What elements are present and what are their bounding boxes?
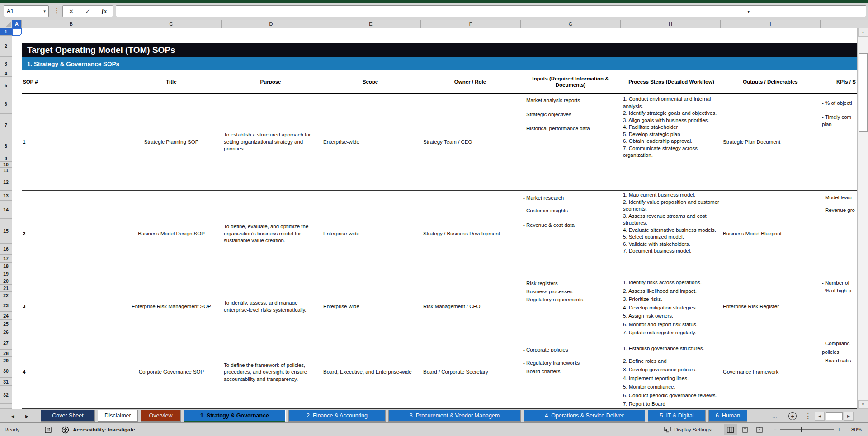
- cell-scope[interactable]: Enterprise-wide: [323, 94, 417, 190]
- display-settings-icon[interactable]: [664, 427, 671, 433]
- row-header-21[interactable]: 21: [0, 285, 12, 292]
- row-header-5[interactable]: 5: [0, 77, 12, 94]
- zoom-out-button[interactable]: −: [773, 426, 777, 433]
- row-header-1[interactable]: 1: [0, 28, 12, 36]
- row-header-27[interactable]: 27: [0, 336, 12, 350]
- column-header-D[interactable]: D: [222, 20, 321, 28]
- table-header-steps[interactable]: Process Steps (Detailed Workflow): [623, 70, 720, 93]
- cell-sop-number[interactable]: 3: [23, 277, 113, 336]
- row-header-13[interactable]: 13: [0, 191, 12, 201]
- row-header-3[interactable]: 3: [0, 57, 12, 70]
- zoom-slider[interactable]: [780, 429, 834, 430]
- column-header-G[interactable]: G: [521, 20, 621, 28]
- sheet-tab-5-it-digital[interactable]: 5. IT & Digital: [648, 410, 706, 422]
- zoom-slider-thumb[interactable]: [801, 427, 802, 432]
- column-header-C[interactable]: C: [121, 20, 222, 28]
- cell-title[interactable]: Business Model Design SOP: [121, 191, 222, 277]
- row-header-11[interactable]: 11: [0, 168, 12, 173]
- row-header-31[interactable]: 31: [0, 378, 12, 386]
- cell-outputs[interactable]: Strategic Plan Document: [723, 94, 818, 190]
- fill-handle[interactable]: [20, 34, 22, 36]
- cell-owner[interactable]: Strategy Team / CEO: [423, 94, 517, 190]
- row-header-6[interactable]: 6: [0, 94, 12, 114]
- row-header-25[interactable]: 25: [0, 320, 12, 328]
- cell-process-steps[interactable]: 1. Establish governance structures.2. De…: [623, 336, 720, 408]
- sheet-grid[interactable]: Target Operating Model (TOM) SOPs 1. Str…: [12, 28, 857, 409]
- cell-outputs[interactable]: Business Model Blueprint: [723, 191, 818, 277]
- cell-scope[interactable]: Enterprise-wide: [323, 191, 417, 277]
- page-layout-view-button[interactable]: [739, 424, 751, 435]
- scroll-up-icon[interactable]: ▲: [858, 28, 868, 37]
- row-header-32[interactable]: 32: [0, 386, 12, 404]
- row-header-15[interactable]: 15: [0, 219, 12, 244]
- page-break-view-button[interactable]: [753, 424, 766, 435]
- sheet-tab-6-human[interactable]: 6. Human: [708, 410, 747, 422]
- row-header-9[interactable]: 9: [0, 155, 12, 162]
- row-header-2[interactable]: 2: [0, 36, 12, 57]
- cell-kpis[interactable]: - Complianc policies- Board satis: [822, 336, 857, 408]
- horizontal-scrollbar[interactable]: ◀ ▶: [815, 409, 854, 423]
- sheet-tab-3-procurement-vendor-managem[interactable]: 3. Procurement & Vendor Managem: [388, 410, 521, 422]
- table-header-scope[interactable]: Scope: [323, 70, 417, 93]
- sheet-tab-overview[interactable]: Overview: [141, 410, 181, 422]
- row-header-16[interactable]: 16: [0, 244, 12, 255]
- table-header-outputs[interactable]: Outputs / Deliverables: [723, 70, 818, 93]
- cell-sop-number[interactable]: 4: [23, 336, 113, 408]
- cell-owner[interactable]: Risk Management / CFO: [423, 277, 517, 336]
- cell-title[interactable]: Strategic Planning SOP: [121, 94, 222, 190]
- column-header-E[interactable]: E: [321, 20, 421, 28]
- cell-owner[interactable]: Board / Corporate Secretary: [423, 336, 517, 408]
- column-header-B[interactable]: B: [22, 20, 121, 28]
- cell-kpis[interactable]: - Number of - % of high-p: [822, 277, 857, 336]
- sheet-tab-1-strategy-governance[interactable]: 1. Strategy & Governance: [184, 410, 286, 422]
- table-header-owner[interactable]: Owner / Role: [423, 70, 517, 93]
- section-header-cell[interactable]: 1. Strategy & Governance SOPs: [22, 57, 857, 70]
- scroll-down-icon[interactable]: ▼: [858, 400, 868, 409]
- cell-outputs[interactable]: Enterprise Risk Register: [723, 277, 818, 336]
- tab-options-dots-icon[interactable]: ⋮: [805, 409, 811, 423]
- add-sheet-button[interactable]: +: [788, 409, 797, 423]
- insert-function-icon[interactable]: fx: [98, 8, 111, 15]
- vertical-scrollbar[interactable]: ▲ ▼: [857, 28, 868, 409]
- row-header-14[interactable]: 14: [0, 201, 12, 219]
- formula-bar-input[interactable]: [116, 5, 866, 17]
- cell-process-steps[interactable]: 1. Identify risks across operations.2. A…: [623, 277, 720, 336]
- cell-purpose[interactable]: To establish a structured approach for s…: [224, 94, 317, 190]
- normal-view-button[interactable]: [724, 424, 737, 435]
- row-header-22[interactable]: 22: [0, 292, 12, 299]
- active-cell-selection[interactable]: [12, 28, 22, 36]
- column-header-I[interactable]: I: [721, 20, 821, 28]
- cell-title[interactable]: Corporate Governance SOP: [121, 336, 222, 408]
- name-box-dropdown-icon[interactable]: ▾: [43, 9, 46, 14]
- row-header-17[interactable]: 17: [0, 255, 12, 263]
- sheet-tab-2-finance-accounting[interactable]: 2. Finance & Accounting: [288, 410, 386, 422]
- row-header-partial[interactable]: [0, 404, 12, 409]
- cell-sop-number[interactable]: 2: [23, 191, 113, 277]
- cell-kpis[interactable]: - % of objecti- Timely com plan: [822, 94, 857, 190]
- row-header-24[interactable]: 24: [0, 312, 12, 320]
- accessibility-status[interactable]: Accessibility: Investigate: [73, 427, 135, 432]
- cell-purpose[interactable]: To define, evaluate, and optimize the or…: [224, 191, 317, 277]
- cell-scope[interactable]: Board, Executive, and Enterprise-wide: [323, 336, 417, 408]
- table-header-purpose[interactable]: Purpose: [224, 70, 317, 93]
- cell-inputs[interactable]: - Risk registers- Business processes- Re…: [523, 277, 618, 336]
- table-header-kpis[interactable]: KPIs / S: [836, 70, 857, 93]
- tab-scroll-right-icon[interactable]: ▶: [25, 409, 29, 423]
- more-sheets-button[interactable]: ...: [772, 409, 777, 423]
- horizontal-scroll-thumb[interactable]: [826, 412, 843, 420]
- sheet-tab-cover-sheet[interactable]: Cover Sheet: [41, 410, 95, 422]
- cell-purpose[interactable]: To identify, assess, and manage enterpri…: [224, 277, 317, 336]
- column-header-F[interactable]: F: [421, 20, 521, 28]
- row-header-4[interactable]: 4: [0, 70, 12, 77]
- column-header-H[interactable]: H: [621, 20, 721, 28]
- hscroll-left-icon[interactable]: ◀: [815, 412, 825, 421]
- zoom-in-button[interactable]: +: [837, 426, 841, 433]
- cell-sop-number[interactable]: 1: [23, 94, 113, 190]
- tab-scroll-left-icon[interactable]: ◀: [11, 409, 14, 423]
- table-header-sop[interactable]: SOP #: [23, 70, 113, 93]
- row-header-20[interactable]: 20: [0, 277, 12, 285]
- cancel-icon[interactable]: ✕: [64, 8, 78, 15]
- row-header-30[interactable]: 30: [0, 364, 12, 378]
- row-header-18[interactable]: 18: [0, 263, 12, 270]
- cell-owner[interactable]: Strategy / Business Development: [423, 191, 517, 277]
